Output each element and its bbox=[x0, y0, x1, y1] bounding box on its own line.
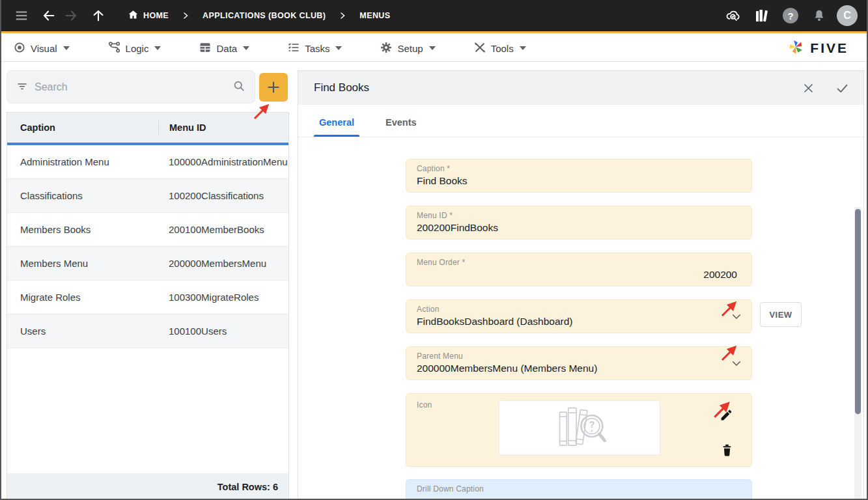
forward-icon[interactable] bbox=[60, 5, 82, 27]
menu-toolbar: Visual Logic Data Tasks Setup Tools FIVE bbox=[1, 35, 867, 62]
table-row[interactable]: Administration Menu 100000Administration… bbox=[7, 145, 288, 179]
edit-pencil-icon[interactable] bbox=[720, 408, 733, 424]
column-header-caption[interactable]: Caption bbox=[20, 122, 158, 133]
chevron-down-icon[interactable] bbox=[731, 357, 742, 372]
menu-id-field-label: Menu ID * bbox=[417, 211, 741, 220]
back-icon[interactable] bbox=[38, 5, 60, 27]
view-button[interactable]: VIEW bbox=[760, 302, 802, 327]
menu-setup-label: Setup bbox=[397, 43, 423, 54]
action-select-field[interactable]: Action FindBooksDashboard (Dashboard) bbox=[406, 299, 752, 333]
action-field-label: Action bbox=[417, 305, 741, 314]
chevron-down-icon bbox=[335, 46, 342, 50]
home-icon bbox=[128, 9, 139, 22]
drill-down-caption-field[interactable]: Drill Down Caption bbox=[406, 479, 752, 500]
chevron-down-icon bbox=[520, 46, 526, 50]
form-area: Caption * Find Books Menu ID * 200200Fin… bbox=[298, 137, 863, 500]
row-caption: Classifications bbox=[20, 190, 158, 201]
top-navigation-bar: HOME APPLICATIONS (BOOK CLUB) MENUS ? C bbox=[1, 0, 867, 33]
search-bar bbox=[7, 70, 255, 104]
search-input[interactable] bbox=[35, 81, 226, 93]
add-menu-button[interactable] bbox=[259, 73, 288, 102]
menu-data-label: Data bbox=[216, 43, 237, 54]
search-icon[interactable] bbox=[232, 79, 245, 95]
table-row[interactable]: Members Books 200100MemberBooks bbox=[7, 213, 288, 247]
row-menu-id: 200100MemberBooks bbox=[158, 224, 288, 235]
menu-tools-label: Tools bbox=[491, 43, 514, 54]
row-caption: Users bbox=[20, 326, 158, 337]
menu-visual[interactable]: Visual bbox=[13, 41, 70, 56]
parent-menu-field-label: Parent Menu bbox=[417, 352, 741, 361]
list-rows: Administration Menu 100000Administration… bbox=[7, 145, 288, 348]
table-row[interactable]: Classifications 100200Classifications bbox=[7, 179, 288, 213]
chevron-down-icon bbox=[243, 46, 249, 50]
library-books-icon[interactable] bbox=[751, 5, 773, 27]
row-caption: Migrate Roles bbox=[20, 292, 158, 303]
user-avatar[interactable]: C bbox=[837, 5, 858, 26]
tasks-checklist-icon bbox=[287, 41, 300, 56]
tab-events-label: Events bbox=[385, 117, 417, 128]
close-icon[interactable] bbox=[800, 79, 817, 96]
breadcrumb-applications-label: APPLICATIONS (BOOK CLUB) bbox=[203, 11, 326, 20]
total-rows-label: Total Rows: 6 bbox=[217, 482, 278, 492]
topbar-actions: ? C bbox=[722, 5, 858, 27]
caption-field-label: Caption * bbox=[417, 164, 741, 173]
chevron-down-icon[interactable] bbox=[731, 311, 742, 325]
menu-tasks[interactable]: Tasks bbox=[287, 41, 342, 56]
table-row[interactable]: Users 100100Users bbox=[7, 314, 288, 348]
form-scrollbar-track[interactable] bbox=[854, 207, 861, 500]
setup-gear-icon bbox=[380, 41, 393, 56]
menu-setup[interactable]: Setup bbox=[380, 41, 435, 56]
avatar-initial: C bbox=[843, 10, 851, 21]
column-header-menu-id[interactable]: Menu ID bbox=[158, 120, 288, 135]
chevron-right-icon bbox=[335, 12, 350, 20]
delete-trash-icon[interactable] bbox=[721, 443, 733, 460]
tab-general-label: General bbox=[319, 117, 354, 128]
page-title: Find Books bbox=[314, 81, 369, 94]
cloud-search-icon[interactable] bbox=[722, 5, 744, 27]
up-icon[interactable] bbox=[87, 5, 109, 27]
hamburger-menu-icon[interactable] bbox=[10, 5, 33, 27]
table-row[interactable]: Migrate Roles 100300MigrateRoles bbox=[7, 281, 288, 314]
row-menu-id: 100200Classifications bbox=[158, 190, 288, 201]
detail-panel: Find Books General Events Caption * Find… bbox=[298, 70, 864, 500]
breadcrumb-home[interactable]: HOME bbox=[121, 9, 175, 22]
form-column: Caption * Find Books Menu ID * 200200Fin… bbox=[406, 159, 752, 500]
bell-icon[interactable] bbox=[808, 5, 830, 27]
icon-field: Icon ? bbox=[406, 393, 752, 467]
filter-icon[interactable] bbox=[16, 80, 28, 94]
parent-menu-select-field[interactable]: Parent Menu 200000MembersMenu (Members M… bbox=[406, 346, 752, 380]
chevron-down-icon bbox=[429, 46, 436, 50]
main-content: Caption Menu ID Administration Menu 1000… bbox=[1, 62, 868, 500]
detail-tabs: General Events bbox=[298, 105, 863, 137]
table-row[interactable]: Members Menu 200000MembersMenu bbox=[7, 247, 288, 281]
breadcrumb-menus[interactable]: MENUS bbox=[353, 11, 397, 20]
help-icon[interactable]: ? bbox=[779, 5, 802, 27]
detail-header: Find Books bbox=[298, 71, 863, 105]
caption-field[interactable]: Caption * Find Books bbox=[406, 159, 752, 193]
five-logo-text: FIVE bbox=[810, 40, 848, 56]
menu-id-field[interactable]: Menu ID * 200200FindBooks bbox=[406, 206, 752, 240]
menu-order-field-value: 200200 bbox=[417, 269, 741, 281]
form-scrollbar-thumb[interactable] bbox=[855, 209, 861, 414]
breadcrumb-applications[interactable]: APPLICATIONS (BOOK CLUB) bbox=[196, 11, 332, 20]
action-field-value: FindBooksDashboard (Dashboard) bbox=[417, 316, 741, 327]
menu-tools[interactable]: Tools bbox=[473, 41, 526, 56]
tab-events[interactable]: Events bbox=[380, 117, 422, 137]
menu-order-field[interactable]: Menu Order * 200200 bbox=[406, 253, 752, 286]
menu-tasks-label: Tasks bbox=[305, 43, 329, 54]
menu-data[interactable]: Data bbox=[199, 41, 249, 56]
row-menu-id: 200000MembersMenu bbox=[158, 258, 288, 269]
menus-list: Caption Menu ID Administration Menu 1000… bbox=[7, 112, 289, 500]
menu-logic[interactable]: Logic bbox=[107, 40, 161, 56]
row-menu-id: 100300MigrateRoles bbox=[158, 292, 288, 303]
row-caption: Members Books bbox=[20, 224, 158, 235]
tab-general[interactable]: General bbox=[314, 117, 359, 137]
parent-menu-field-value: 200000MembersMenu (Members Menu) bbox=[417, 363, 741, 374]
detail-header-actions bbox=[800, 79, 850, 96]
question-glyph: ? bbox=[589, 419, 595, 430]
menu-id-field-value: 200200FindBooks bbox=[417, 222, 741, 234]
save-check-icon[interactable] bbox=[833, 79, 850, 96]
five-brand: FIVE bbox=[787, 37, 848, 59]
list-footer: Total Rows: 6 bbox=[7, 473, 288, 500]
data-table-icon bbox=[199, 41, 212, 56]
